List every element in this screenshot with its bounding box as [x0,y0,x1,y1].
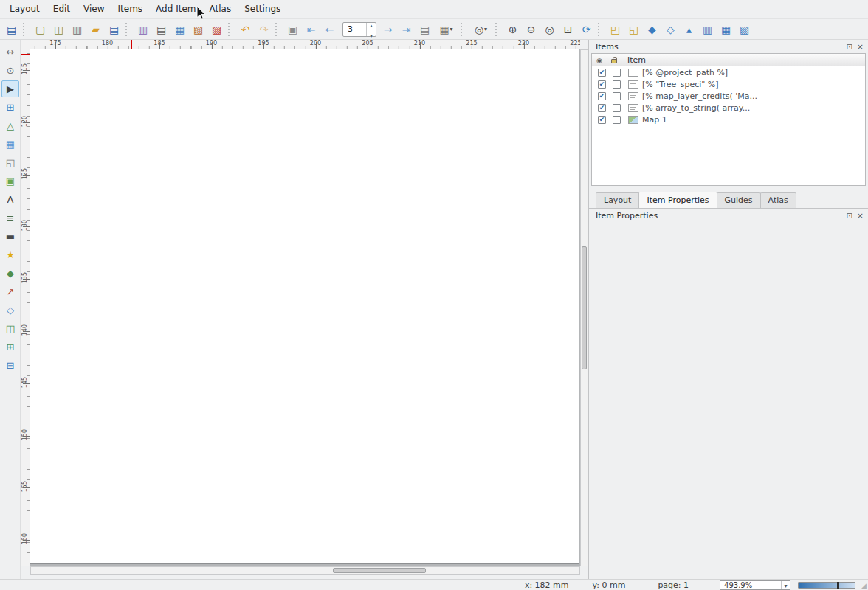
resize-items-button[interactable]: ▧ [736,21,753,38]
redo-button[interactable]: ↷ [255,21,272,38]
items-tree-row[interactable]: [% "Tree_speci" %] [592,78,865,90]
group-items-button[interactable]: ◰ [607,21,624,38]
items-tree-row[interactable]: [% map_layer_credits( 'Ma... [592,90,865,102]
item-visibility-checkbox[interactable] [598,69,606,77]
print-atlas-button[interactable]: ▤ [416,21,433,38]
add-html-tool[interactable]: ◫ [1,320,19,337]
add-attribute-table-tool[interactable]: ⊞ [1,339,19,355]
item-lock-checkbox[interactable] [613,92,621,100]
layout-manager-button[interactable]: ▥ [69,21,86,38]
item-lock-checkbox[interactable] [613,69,621,77]
zoom-slider[interactable] [798,582,855,589]
atlas-settings-button[interactable]: ▣ [284,21,301,38]
move-item-content-tool[interactable]: ⊞ [1,99,19,116]
atlas-previous-feature-button[interactable]: ← [321,21,338,38]
menu-items[interactable]: Items [111,0,150,18]
zoom-to-extent-button[interactable]: ◎ [469,21,492,38]
item-visibility-checkbox[interactable] [598,104,606,112]
atlas-page-spinbox[interactable]: 3 [342,22,376,37]
items-panel-header: Items [589,40,868,53]
horizontal-scrollbar[interactable] [30,566,580,575]
item-visibility-checkbox[interactable] [598,92,606,100]
float-panel-icon[interactable] [846,211,852,221]
export-image-button[interactable]: ▦ [171,21,188,38]
lock-items-button[interactable]: ◆ [644,21,661,38]
add-map-tool[interactable]: ▦ [1,136,19,153]
resize-grip-icon[interactable] [861,580,867,590]
add-picture-tool[interactable]: ▣ [1,173,19,190]
float-panel-icon[interactable] [846,42,852,52]
menu-settings[interactable]: Settings [238,0,287,18]
ungroup-items-button[interactable]: ◱ [625,21,642,38]
pan-tool[interactable]: ↔ [1,44,19,60]
menu-atlas[interactable]: Atlas [202,0,238,18]
new-layout-button[interactable]: ▢ [32,21,49,38]
tab-layout[interactable]: Layout [596,192,639,208]
item-lock-checkbox[interactable] [613,80,621,88]
raise-items-button[interactable]: ▴ [681,21,698,38]
items-tree-row[interactable]: [% array_to_string( array... [592,102,865,114]
add-fixed-table-tool[interactable]: ⊟ [1,357,19,374]
add-north-arrow-tool[interactable]: ★ [1,246,19,263]
tab-guides[interactable]: Guides [717,192,761,208]
menu-edit[interactable]: Edit [46,0,77,18]
zoom-full-button[interactable]: ◎ [541,21,558,38]
item-lock-checkbox[interactable] [613,104,621,112]
layout-canvas[interactable] [30,49,580,566]
tab-atlas[interactable]: Atlas [760,192,796,208]
add-scalebar-tool[interactable]: ▬ [1,228,19,245]
export-svg-button[interactable]: ▧ [190,21,207,38]
horizontal-scrollbar-thumb[interactable] [333,568,426,573]
vertical-scrollbar[interactable] [580,49,588,566]
save-as-template-button[interactable]: ▤ [106,21,123,38]
zoom-in-button[interactable]: ⊕ [504,21,521,38]
edit-nodes-item-tool[interactable]: △ [1,117,19,134]
zoom-slider-handle[interactable] [837,582,839,589]
atlas-first-feature-button[interactable]: ⇤ [303,21,320,38]
close-panel-icon[interactable] [857,211,864,221]
unlock-items-button[interactable]: ◇ [662,21,679,38]
refresh-view-button[interactable]: ⟳ [578,21,595,38]
export-pdf-button[interactable]: ▨ [208,21,225,38]
zoom-level-combo[interactable]: 493.9% [720,580,790,590]
layout-page[interactable] [30,49,579,564]
atlas-next-feature-button[interactable]: → [379,21,396,38]
item-visibility-checkbox[interactable] [598,80,606,88]
horizontal-ruler: 175180185190195200205210215220225 [30,40,580,49]
print-button[interactable]: ▤ [153,21,170,38]
distribute-items-button[interactable]: ▦ [717,21,734,38]
menu-layout[interactable]: Layout [3,0,46,18]
item-lock-checkbox[interactable] [613,116,621,124]
add-arrow-tool[interactable]: ↗ [1,283,19,300]
align-items-button[interactable]: ▥ [699,21,716,38]
select-move-item-tool[interactable]: ▶ [1,80,19,97]
add-node-item-tool[interactable]: ◇ [1,302,19,319]
add-label-tool[interactable]: A [1,191,19,208]
close-panel-icon[interactable] [857,42,864,52]
zoom-out-button[interactable]: ⊖ [523,21,540,38]
vertical-scrollbar-thumb[interactable] [582,246,587,370]
item-visibility-checkbox[interactable] [598,116,606,124]
items-tree[interactable]: Item [% @project_path %] [% "Tree_speci"… [591,53,866,186]
menu-view[interactable]: View [77,0,111,18]
spin-up-icon[interactable] [370,19,373,30]
menu-add-item[interactable]: Add Item [149,0,202,18]
atlas-last-feature-button[interactable]: ⇥ [398,21,415,38]
spinner-arrows-icon[interactable] [366,23,376,36]
chevron-down-icon[interactable] [781,581,790,589]
add-shape-tool[interactable]: ◆ [1,265,19,282]
load-from-template-button[interactable]: ▥ [134,21,151,38]
undo-button[interactable]: ↶ [237,21,254,38]
add-legend-tool[interactable]: ≡ [1,209,19,226]
open-template-button[interactable]: ▰ [87,21,104,38]
duplicate-layout-button[interactable]: ◫ [50,21,67,38]
save-project-button[interactable]: ▤ [3,21,20,38]
add-3d-map-tool[interactable]: ◱ [1,154,19,171]
spin-down-icon[interactable] [370,30,373,40]
export-atlas-button[interactable]: ▦ [435,21,458,38]
zoom-tool[interactable]: ⊙ [1,62,19,79]
items-tree-row[interactable]: [% @project_path %] [592,66,865,78]
items-tree-row[interactable]: Map 1 [592,114,865,125]
tab-item-properties[interactable]: Item Properties [638,192,717,208]
zoom-actual-size-button[interactable]: ⊡ [559,21,576,38]
